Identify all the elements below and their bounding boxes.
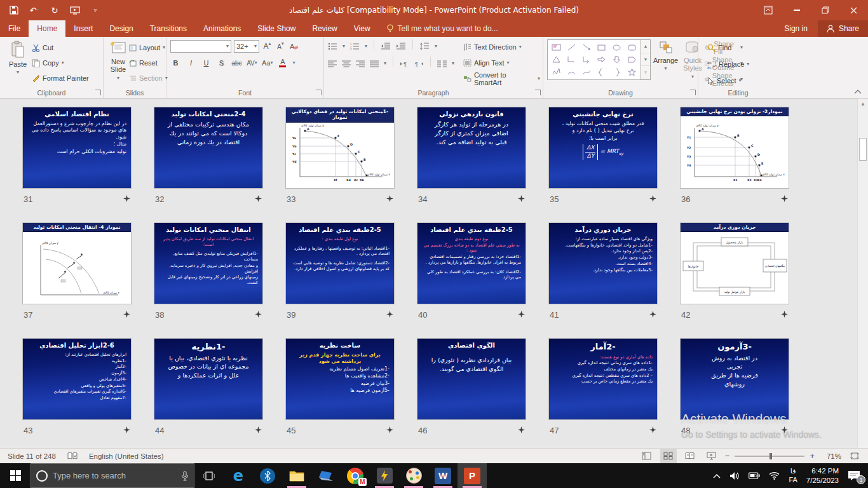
decrease-indent-icon[interactable] — [381, 43, 391, 50]
tray-expand-icon[interactable] — [713, 473, 721, 478]
align-right-icon[interactable] — [356, 60, 365, 67]
slide-thumbnail-43[interactable]: 2-6ابزار تحليل اقتصاديابزارهاي تحليل اقت… — [22, 338, 132, 420]
battery-icon[interactable] — [749, 472, 760, 479]
shape-glyph[interactable] — [564, 66, 580, 78]
zoom-slider-thumb[interactable] — [770, 453, 772, 459]
ltr-text-icon[interactable]: ¶ — [400, 60, 409, 67]
wifi-icon[interactable] — [769, 471, 780, 480]
font-name-combo[interactable]: ▾ — [170, 40, 231, 53]
slide-thumbnail-47[interactable]: -2آمارداده هاي آماري دو نوع هستند:-1داده… — [548, 338, 658, 420]
text-direction-button[interactable]: Text Direction▾ — [463, 40, 540, 54]
slide-thumbnail-36[interactable]: نمودار2- نزولي بودن نرخ نهايي جانشيني مي… — [680, 107, 789, 189]
font-color-button[interactable]: A — [277, 57, 288, 69]
restore-button[interactable] — [811, 0, 839, 20]
word-icon[interactable]: W — [428, 463, 458, 488]
select-button[interactable]: Select▾ — [707, 74, 775, 88]
slide-thumbnail-46[interactable]: الگوي اقتصاديبيان قراردادي نظريه ( تئوري… — [417, 338, 526, 420]
tab-file[interactable]: File — [0, 20, 29, 37]
save-icon[interactable] — [9, 5, 19, 15]
slide-thumbnail-37[interactable]: نمودار 4- انتقال منحني امكانات توليد ميز… — [22, 222, 132, 304]
sign-in-link[interactable]: Sign in — [774, 24, 818, 33]
slide-thumbnail-45[interactable]: ساخت نظريهبراي ساخت نظريه چهار قدم زير ب… — [285, 338, 395, 420]
slide-thumbnail-31[interactable]: نظام اقتصاد اسلاميدر اين نظام در چارچوب … — [22, 107, 132, 189]
tab-animations[interactable]: Animations — [195, 20, 249, 37]
redo-icon[interactable]: ↻ — [50, 5, 60, 15]
drawing-dialog-launcher[interactable] — [690, 90, 696, 95]
replace-button[interactable]: abac Replace▾ — [707, 57, 775, 71]
reading-view-button[interactable] — [682, 449, 698, 463]
slide-thumbnail-32[interactable]: 2-4منحني امكانات توليدمكان هندسي تركيبات… — [154, 107, 263, 189]
start-button[interactable] — [0, 463, 31, 488]
clear-formatting-button[interactable]: A — [288, 40, 299, 53]
language-switcher[interactable]: فاFA — [789, 468, 797, 484]
slide-sorter-view-button[interactable] — [660, 449, 677, 463]
rtl-text-icon[interactable]: ¶ — [414, 60, 424, 67]
shadow-button[interactable]: S — [216, 57, 227, 69]
action-center-icon[interactable]: 1 — [848, 470, 862, 482]
character-spacing-button[interactable]: AV▾ — [247, 57, 257, 69]
align-center-icon[interactable] — [342, 60, 351, 67]
language-indicator[interactable]: English (United States) — [89, 452, 164, 460]
shape-glyph[interactable] — [594, 41, 609, 53]
bullets-icon[interactable] — [328, 43, 337, 50]
shapes-gallery[interactable]: ▲▼▿ — [547, 39, 651, 86]
change-case-button[interactable]: Aa▾ — [262, 57, 273, 69]
copy-button[interactable]: Copy▾ — [32, 56, 89, 70]
italic-button[interactable]: I — [186, 57, 196, 69]
shapes-gallery-scroll[interactable]: ▲▼▿ — [641, 39, 651, 80]
powerpoint-icon[interactable]: P — [458, 463, 487, 488]
shape-glyph[interactable] — [624, 53, 639, 65]
slide-thumbnail-42[interactable]: جريان دوري درآمد بازار محصول خانوارها بن… — [680, 222, 789, 304]
normal-view-button[interactable] — [639, 449, 655, 463]
start-slideshow-icon[interactable] — [70, 5, 80, 15]
increase-font-button[interactable]: A▴ — [262, 40, 273, 53]
scroll-up-arrow[interactable]: ▲ — [858, 98, 868, 109]
slide-thumbnail-41[interactable]: جريان دوري درآمدويژگي هاي اقتصاد بسيار س… — [548, 222, 658, 304]
tab-view[interactable]: View — [346, 20, 379, 37]
vertical-scrollbar[interactable]: ▲ — [857, 98, 868, 448]
font-size-combo[interactable]: 32+▾ — [234, 40, 259, 53]
microphone-icon[interactable] — [181, 471, 189, 481]
scrollbar-thumb[interactable] — [859, 138, 867, 161]
tab-design[interactable]: Design — [101, 20, 141, 37]
layout-button[interactable]: Layout▾ — [129, 41, 168, 55]
slide-thumbnail-35[interactable]: نرخ نهايي جانشينيقدر مطلق شيب منحني امكا… — [548, 107, 658, 189]
laptop-icon[interactable] — [311, 463, 341, 488]
numbering-icon[interactable]: 123 — [350, 43, 360, 50]
shape-glyph[interactable] — [549, 41, 564, 53]
paint-icon[interactable] — [399, 463, 428, 488]
minimize-button[interactable] — [782, 0, 811, 20]
fit-slide-to-window-button[interactable] — [846, 449, 863, 463]
shape-glyph[interactable] — [624, 41, 639, 53]
edge-icon[interactable]: e — [224, 463, 253, 488]
paste-button[interactable]: Paste▾ — [4, 39, 32, 85]
section-button[interactable]: Section▾ — [129, 71, 168, 85]
increase-indent-icon[interactable] — [396, 43, 406, 50]
convert-smartart-button[interactable]: Convert to SmartArt▾ — [463, 72, 540, 86]
search-input[interactable]: Type here to search — [31, 463, 194, 488]
shape-glyph[interactable] — [549, 53, 564, 65]
ribbon-display-options-icon[interactable] — [754, 0, 782, 20]
shape-glyph[interactable] — [624, 66, 639, 78]
slideshow-view-button[interactable] — [703, 449, 720, 463]
winamp-icon[interactable] — [370, 463, 399, 488]
shape-glyph[interactable] — [564, 41, 580, 53]
tab-review[interactable]: Review — [304, 20, 345, 37]
clipboard-dialog-launcher[interactable] — [95, 90, 101, 95]
share-button[interactable]: Share — [818, 20, 868, 37]
bold-button[interactable]: B — [170, 57, 181, 69]
shape-glyph[interactable] — [609, 41, 625, 53]
shape-glyph[interactable] — [579, 41, 594, 53]
underline-button[interactable]: U — [201, 57, 212, 69]
close-button[interactable] — [839, 0, 868, 20]
tab-slideshow[interactable]: Slide Show — [249, 20, 304, 37]
slide-thumbnail-48[interactable]: -3آزموندر اقتصاد به روشتجربيفرضيه ها از … — [680, 338, 789, 420]
slide-thumbnail-39[interactable]: 2-5طبقه بندي علم اقتصادنوع اول طبقه بندي… — [285, 222, 395, 304]
collapse-ribbon-icon[interactable] — [854, 90, 862, 94]
line-spacing-icon[interactable] — [419, 43, 430, 50]
chrome-icon[interactable]: M — [341, 463, 370, 488]
tab-transitions[interactable]: Transitions — [142, 20, 195, 37]
slide-thumbnail-40[interactable]: 2-5طبقه بندي علم اقتصادنوع دوم طبقه بندي… — [417, 222, 526, 304]
shape-glyph[interactable] — [609, 53, 625, 65]
tab-insert[interactable]: Insert — [65, 20, 101, 37]
